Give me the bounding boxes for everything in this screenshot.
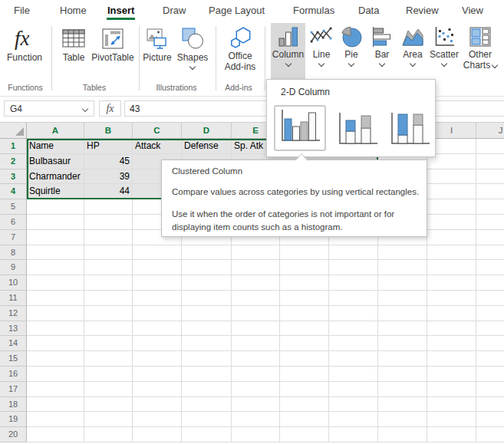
row-header-2[interactable]: 2 bbox=[0, 154, 27, 169]
cell-D13[interactable] bbox=[182, 321, 232, 337]
cell-E20[interactable] bbox=[232, 427, 280, 442]
cell-A7[interactable] bbox=[27, 230, 84, 245]
tab-draw[interactable]: Draw bbox=[163, 0, 186, 21]
cell-J10[interactable] bbox=[476, 275, 504, 291]
function-button[interactable]: fx Function bbox=[5, 23, 44, 63]
row-header-7[interactable]: 7 bbox=[0, 230, 27, 245]
shapes-dropdown-chevron-icon[interactable] bbox=[189, 64, 196, 70]
cell-F8[interactable] bbox=[280, 245, 329, 261]
cell-I9[interactable] bbox=[427, 260, 476, 275]
cell-D19[interactable] bbox=[182, 412, 232, 427]
cell-C1[interactable]: Attack bbox=[133, 139, 182, 154]
cell-G18[interactable] bbox=[329, 397, 378, 413]
row-header-15[interactable]: 15 bbox=[0, 351, 27, 367]
cell-C20[interactable] bbox=[133, 427, 182, 442]
row-header-9[interactable]: 9 bbox=[0, 260, 27, 275]
cell-B18[interactable] bbox=[84, 397, 133, 413]
cell-H17[interactable] bbox=[378, 382, 427, 397]
cell-J18[interactable] bbox=[476, 397, 504, 413]
cell-I20[interactable] bbox=[427, 427, 476, 442]
cell-G14[interactable] bbox=[329, 336, 378, 351]
cell-D20[interactable] bbox=[182, 427, 232, 442]
area-chart-button[interactable]: Area bbox=[398, 23, 427, 68]
row-header-4[interactable]: 4 bbox=[0, 184, 27, 199]
cell-C15[interactable] bbox=[133, 351, 182, 367]
row-header-18[interactable]: 18 bbox=[0, 397, 27, 413]
cell-H19[interactable] bbox=[378, 412, 427, 427]
pivottable-button[interactable]: PivotTable bbox=[91, 23, 135, 63]
cell-I17[interactable] bbox=[427, 382, 476, 397]
select-all-button[interactable] bbox=[0, 123, 27, 139]
line-chart-button[interactable]: Line bbox=[307, 23, 336, 68]
column-chart-button[interactable]: Column bbox=[271, 23, 305, 80]
cell-J13[interactable] bbox=[476, 321, 504, 337]
cell-A6[interactable] bbox=[27, 215, 84, 230]
cell-E13[interactable] bbox=[232, 321, 280, 337]
scatter-dropdown-chevron-icon[interactable] bbox=[441, 61, 447, 67]
column-header-A[interactable]: A bbox=[27, 123, 84, 139]
tab-insert[interactable]: Insert bbox=[107, 0, 134, 21]
cell-F13[interactable] bbox=[280, 321, 329, 337]
cell-D11[interactable] bbox=[182, 291, 232, 306]
bar-dropdown-chevron-icon[interactable] bbox=[379, 61, 385, 67]
cell-B9[interactable] bbox=[84, 260, 133, 275]
cell-B12[interactable] bbox=[84, 306, 133, 321]
cell-A2[interactable]: Bulbasaur bbox=[27, 154, 84, 169]
cell-I14[interactable] bbox=[427, 336, 476, 351]
cell-F19[interactable] bbox=[280, 412, 329, 427]
cell-J9[interactable] bbox=[476, 260, 504, 275]
row-header-1[interactable]: 1 bbox=[0, 139, 27, 154]
cell-C16[interactable] bbox=[133, 367, 182, 382]
cell-A15[interactable] bbox=[27, 351, 84, 367]
cell-C11[interactable] bbox=[133, 291, 182, 306]
cell-B10[interactable] bbox=[84, 275, 133, 291]
cell-C19[interactable] bbox=[133, 412, 182, 427]
row-header-3[interactable]: 3 bbox=[0, 169, 27, 185]
cell-D9[interactable] bbox=[182, 260, 232, 275]
row-header-10[interactable]: 10 bbox=[0, 275, 27, 291]
cell-E18[interactable] bbox=[232, 397, 280, 413]
tab-review[interactable]: Review bbox=[406, 0, 439, 21]
cell-E9[interactable] bbox=[232, 260, 280, 275]
tab-page-layout[interactable]: Page Layout bbox=[209, 0, 265, 21]
row-header-6[interactable]: 6 bbox=[0, 215, 27, 230]
cell-F11[interactable] bbox=[280, 291, 329, 306]
cell-A14[interactable] bbox=[27, 336, 84, 351]
cell-A10[interactable] bbox=[27, 275, 84, 291]
bar-chart-button[interactable]: Bar bbox=[367, 23, 397, 68]
row-header-11[interactable]: 11 bbox=[0, 291, 27, 306]
cell-F10[interactable] bbox=[280, 275, 329, 291]
cell-C10[interactable] bbox=[133, 275, 182, 291]
cell-D17[interactable] bbox=[182, 382, 232, 397]
cell-G13[interactable] bbox=[329, 321, 378, 337]
cell-H13[interactable] bbox=[378, 321, 427, 337]
cell-H12[interactable] bbox=[378, 306, 427, 321]
cell-J1[interactable] bbox=[476, 139, 504, 154]
cell-E17[interactable] bbox=[232, 382, 280, 397]
cell-E16[interactable] bbox=[232, 367, 280, 382]
cell-I8[interactable] bbox=[427, 245, 476, 261]
row-header-17[interactable]: 17 bbox=[0, 382, 27, 397]
table-button[interactable]: Table bbox=[57, 23, 91, 63]
cell-E14[interactable] bbox=[232, 336, 280, 351]
cell-I13[interactable] bbox=[427, 321, 476, 337]
cell-F17[interactable] bbox=[280, 382, 329, 397]
cell-B8[interactable] bbox=[84, 245, 133, 261]
pie-chart-button[interactable]: Pie bbox=[338, 23, 365, 68]
other-charts-button[interactable]: Other Charts bbox=[460, 23, 500, 71]
cell-J8[interactable] bbox=[476, 245, 504, 261]
cell-B5[interactable] bbox=[84, 199, 133, 215]
cell-E12[interactable] bbox=[232, 306, 280, 321]
cell-A9[interactable] bbox=[27, 260, 84, 275]
name-box[interactable]: G4 bbox=[4, 100, 94, 117]
other-charts-dropdown-chevron-icon[interactable] bbox=[492, 62, 498, 68]
cell-B14[interactable] bbox=[84, 336, 133, 351]
cell-I15[interactable] bbox=[427, 351, 476, 367]
cell-J5[interactable] bbox=[476, 199, 504, 215]
cell-C14[interactable] bbox=[133, 336, 182, 351]
cell-E15[interactable] bbox=[232, 351, 280, 367]
cell-I16[interactable] bbox=[427, 367, 476, 382]
cell-E19[interactable] bbox=[232, 412, 280, 427]
column-header-C[interactable]: C bbox=[133, 123, 182, 139]
cell-J2[interactable] bbox=[476, 154, 504, 169]
